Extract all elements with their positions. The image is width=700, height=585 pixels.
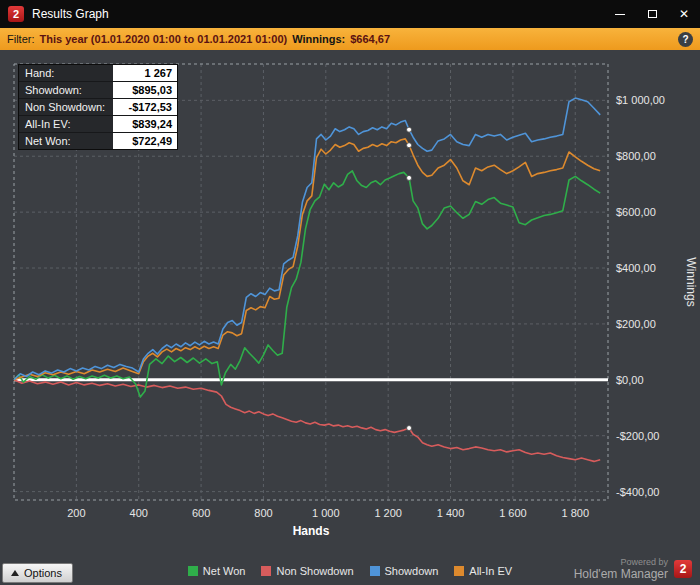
filter-bar: Filter: This year (01.01.2020 01:00 to 0… (0, 28, 700, 50)
svg-text:$600,00: $600,00 (616, 206, 656, 218)
showdown-swatch-icon (370, 566, 380, 576)
winnings-value: $664,67 (350, 33, 390, 45)
stats-row: Non Showdown:-$172,53 (19, 99, 177, 116)
svg-text:200: 200 (67, 507, 85, 519)
svg-text:400: 400 (130, 507, 148, 519)
chart-area: 2004006008001 0001 2001 4001 6001 800$1 … (0, 50, 700, 585)
legend-item-allin-ev[interactable]: All-In EV (454, 565, 512, 577)
hm2-footer-logo-icon: 2 (674, 560, 692, 578)
stat-label: Showdown: (19, 82, 113, 98)
maximize-icon (648, 10, 657, 18)
options-label: Options (24, 567, 62, 579)
svg-text:600: 600 (192, 507, 210, 519)
stat-label: Net Won: (19, 133, 113, 149)
brand-name: Hold'em Manager (574, 567, 668, 581)
stats-row: Hand:1 267 (19, 65, 177, 82)
close-button[interactable]: ✕ (668, 0, 700, 28)
close-icon: ✕ (679, 7, 689, 21)
allin-ev-swatch-icon (454, 566, 464, 576)
titlebar: 2 Results Graph ✕ (0, 0, 700, 28)
powered-by-block: Powered by Hold'em Manager 2 (574, 557, 692, 581)
svg-text:1 800: 1 800 (561, 507, 589, 519)
help-button[interactable]: ? (678, 32, 693, 47)
stat-value: $839,24 (113, 116, 177, 132)
window-title: Results Graph (32, 7, 604, 21)
hm2-logo-icon: 2 (8, 6, 24, 22)
stat-value: $895,03 (113, 82, 177, 98)
stats-row: Net Won:$722,49 (19, 133, 177, 149)
stat-value: 1 267 (113, 65, 177, 81)
svg-text:$800,00: $800,00 (616, 150, 656, 162)
results-graph-window: 2 Results Graph ✕ Filter: This year (01.… (0, 0, 700, 585)
svg-text:$1 000,00: $1 000,00 (616, 94, 665, 106)
hand-stats-box: Hand:1 267 Showdown:$895,03 Non Showdown… (18, 64, 178, 150)
stat-label: Hand: (19, 65, 113, 81)
powered-by-text: Powered by Hold'em Manager (574, 557, 668, 581)
filter-label: Filter: (7, 33, 35, 45)
legend-item-net-won[interactable]: Net Won (188, 565, 246, 577)
svg-text:$400,00: $400,00 (616, 262, 656, 274)
svg-text:Hands: Hands (293, 524, 330, 538)
svg-text:Winnings: Winnings (684, 257, 698, 306)
legend-label: Non Showdown (276, 565, 353, 577)
svg-text:$0,00: $0,00 (616, 374, 644, 386)
non-showdown-swatch-icon (261, 566, 271, 576)
legend-label: All-In EV (469, 565, 512, 577)
svg-text:1 600: 1 600 (499, 507, 527, 519)
svg-text:$200,00: $200,00 (616, 318, 656, 330)
svg-text:1 200: 1 200 (374, 507, 402, 519)
legend-label: Net Won (203, 565, 246, 577)
svg-text:1 000: 1 000 (312, 507, 340, 519)
winnings-label: Winnings: (292, 33, 345, 45)
svg-text:800: 800 (254, 507, 272, 519)
stat-label: Non Showdown: (19, 99, 113, 115)
options-arrow-icon (11, 570, 19, 576)
chart-legend: Net Won Non Showdown Showdown All-In EV (188, 565, 512, 577)
legend-label: Showdown (385, 565, 439, 577)
options-button[interactable]: Options (2, 563, 73, 583)
filter-value: This year (01.01.2020 01:00 to 01.01.202… (40, 33, 288, 45)
stats-row: All-In EV:$839,24 (19, 116, 177, 133)
net-won-swatch-icon (188, 566, 198, 576)
powered-by-line: Powered by (574, 557, 668, 567)
maximize-button[interactable] (636, 0, 668, 28)
stats-row: Showdown:$895,03 (19, 82, 177, 99)
window-controls: ✕ (604, 0, 700, 28)
legend-item-showdown[interactable]: Showdown (370, 565, 439, 577)
minimize-icon (615, 14, 625, 15)
svg-text:-$400,00: -$400,00 (616, 486, 659, 498)
stat-label: All-In EV: (19, 116, 113, 132)
stat-value: $722,49 (113, 133, 177, 149)
minimize-button[interactable] (604, 0, 636, 28)
svg-text:1 400: 1 400 (437, 507, 465, 519)
stat-value: -$172,53 (113, 99, 177, 115)
svg-text:-$200,00: -$200,00 (616, 430, 659, 442)
legend-item-non-showdown[interactable]: Non Showdown (261, 565, 353, 577)
bottom-bar: Options Net Won Non Showdown Showdown Al… (0, 557, 700, 585)
